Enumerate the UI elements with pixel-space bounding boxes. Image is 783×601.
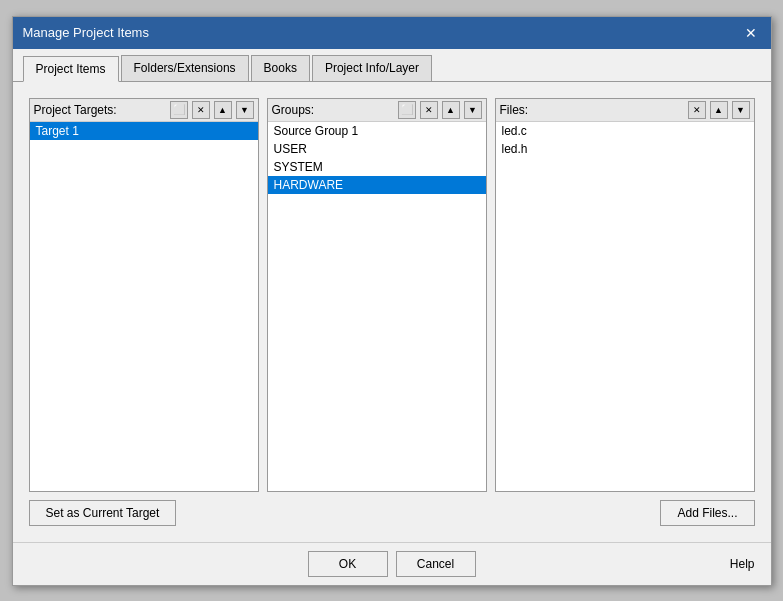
delete-icon: ✕ xyxy=(197,105,205,115)
files-panel: Files: ✕ ▲ ▼ led.c led. xyxy=(495,98,755,492)
panels-container: Project Targets: ⬜ ✕ ▲ ▼ xyxy=(29,98,755,492)
groups-delete-button[interactable]: ✕ xyxy=(420,101,438,119)
down-icon: ▼ xyxy=(736,105,745,115)
files-delete-button[interactable]: ✕ xyxy=(688,101,706,119)
files-down-button[interactable]: ▼ xyxy=(732,101,750,119)
tab-project-items[interactable]: Project Items xyxy=(23,56,119,82)
list-item[interactable]: SYSTEM xyxy=(268,158,486,176)
down-icon: ▼ xyxy=(468,105,477,115)
list-item[interactable]: USER xyxy=(268,140,486,158)
new-icon: ⬜ xyxy=(401,104,413,115)
targets-up-button[interactable]: ▲ xyxy=(214,101,232,119)
targets-header: Project Targets: ⬜ ✕ ▲ ▼ xyxy=(30,99,258,122)
add-files-button[interactable]: Add Files... xyxy=(660,500,754,526)
targets-label: Project Targets: xyxy=(34,103,166,117)
files-label: Files: xyxy=(500,103,684,117)
list-item[interactable]: led.h xyxy=(496,140,754,158)
groups-down-button[interactable]: ▼ xyxy=(464,101,482,119)
dialog-footer: OK Cancel Help xyxy=(13,542,771,585)
list-item[interactable]: Target 1 xyxy=(30,122,258,140)
bottom-left-buttons: Set as Current Target xyxy=(29,500,177,526)
delete-icon: ✕ xyxy=(425,105,433,115)
title-bar: Manage Project Items ✕ xyxy=(13,17,771,49)
delete-icon: ✕ xyxy=(693,105,701,115)
groups-list[interactable]: Source Group 1 USER SYSTEM HARDWARE xyxy=(268,122,486,491)
groups-up-button[interactable]: ▲ xyxy=(442,101,460,119)
list-item[interactable]: led.c xyxy=(496,122,754,140)
tab-bar: Project Items Folders/Extensions Books P… xyxy=(13,49,771,82)
dialog-title: Manage Project Items xyxy=(23,25,149,40)
targets-down-button[interactable]: ▼ xyxy=(236,101,254,119)
manage-project-items-dialog: Manage Project Items ✕ Project Items Fol… xyxy=(12,16,772,586)
cancel-button[interactable]: Cancel xyxy=(396,551,476,577)
tab-books[interactable]: Books xyxy=(251,55,310,81)
groups-label: Groups: xyxy=(272,103,394,117)
files-up-button[interactable]: ▲ xyxy=(710,101,728,119)
main-content: Project Targets: ⬜ ✕ ▲ ▼ xyxy=(13,82,771,542)
groups-panel: Groups: ⬜ ✕ ▲ ▼ Source xyxy=(267,98,487,492)
tab-project-info-layer[interactable]: Project Info/Layer xyxy=(312,55,432,81)
list-item[interactable]: Source Group 1 xyxy=(268,122,486,140)
up-icon: ▲ xyxy=(218,105,227,115)
list-item[interactable]: HARDWARE xyxy=(268,176,486,194)
bottom-right-buttons: Add Files... xyxy=(660,500,754,526)
down-icon: ▼ xyxy=(240,105,249,115)
set-as-current-target-button[interactable]: Set as Current Target xyxy=(29,500,177,526)
groups-new-button[interactable]: ⬜ xyxy=(398,101,416,119)
up-icon: ▲ xyxy=(446,105,455,115)
tab-folders-extensions[interactable]: Folders/Extensions xyxy=(121,55,249,81)
project-targets-panel: Project Targets: ⬜ ✕ ▲ ▼ xyxy=(29,98,259,492)
targets-delete-button[interactable]: ✕ xyxy=(192,101,210,119)
up-icon: ▲ xyxy=(714,105,723,115)
targets-new-button[interactable]: ⬜ xyxy=(170,101,188,119)
bottom-buttons: Set as Current Target Add Files... xyxy=(29,492,755,526)
ok-button[interactable]: OK xyxy=(308,551,388,577)
help-button[interactable]: Help xyxy=(730,557,755,571)
targets-list[interactable]: Target 1 xyxy=(30,122,258,491)
files-list[interactable]: led.c led.h xyxy=(496,122,754,491)
files-header: Files: ✕ ▲ ▼ xyxy=(496,99,754,122)
groups-header: Groups: ⬜ ✕ ▲ ▼ xyxy=(268,99,486,122)
new-icon: ⬜ xyxy=(173,104,185,115)
close-button[interactable]: ✕ xyxy=(741,23,761,43)
